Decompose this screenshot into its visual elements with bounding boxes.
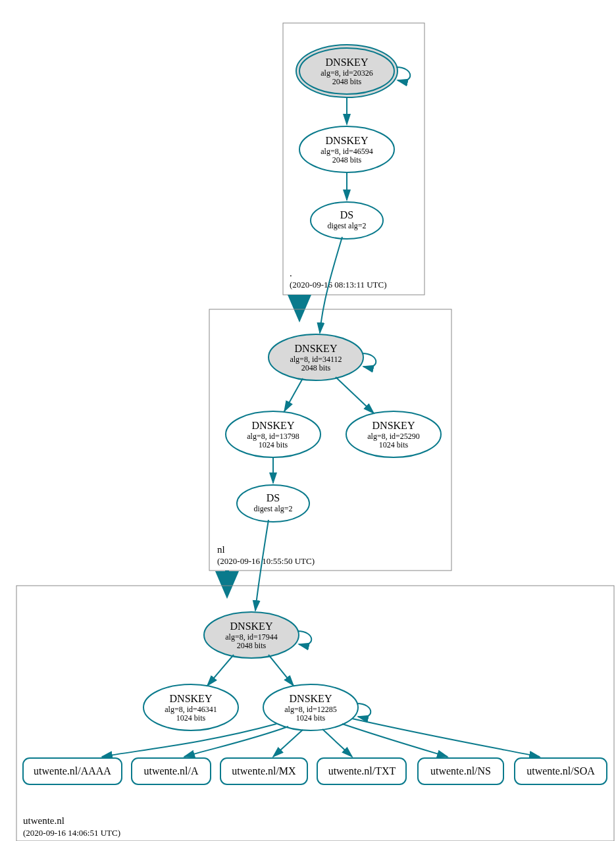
node-ut-ksk: DNSKEY alg=8, id=17944 2048 bits xyxy=(204,612,299,658)
svg-text:2048 bits: 2048 bits xyxy=(301,363,331,372)
node-nl-ds: DS digest alg=2 xyxy=(237,485,309,522)
svg-text:digest alg=2: digest alg=2 xyxy=(327,221,366,230)
svg-text:alg=8, id=46594: alg=8, id=46594 xyxy=(321,147,373,156)
edge-ut-ksk-zsk1 xyxy=(207,655,234,686)
svg-text:2048 bits: 2048 bits xyxy=(332,155,362,165)
svg-text:alg=8, id=12285: alg=8, id=12285 xyxy=(284,705,337,714)
zone-ts-nl: (2020-09-16 10:55:50 UTC) xyxy=(217,556,315,566)
svg-text:1024 bits: 1024 bits xyxy=(296,713,326,723)
svg-text:DS: DS xyxy=(267,492,280,503)
node-nl-zsk2: DNSKEY alg=8, id=25290 1024 bits xyxy=(346,411,441,457)
zone-label-root: . xyxy=(290,268,292,278)
svg-text:alg=8, id=20326: alg=8, id=20326 xyxy=(321,68,373,78)
node-root-zsk: DNSKEY alg=8, id=46594 2048 bits xyxy=(299,126,394,172)
node-ut-txt: utwente.nl/TXT xyxy=(317,758,406,784)
svg-text:DNSKEY: DNSKEY xyxy=(170,693,213,704)
svg-text:utwente.nl/NS: utwente.nl/NS xyxy=(430,765,491,777)
svg-text:alg=8, id=25290: alg=8, id=25290 xyxy=(367,432,420,441)
edge-zsk2-txt xyxy=(322,729,352,757)
zone-ts-ut: (2020-09-16 14:06:51 UTC) xyxy=(23,828,120,838)
edge-zsk2-ns xyxy=(342,724,448,757)
svg-text:alg=8, id=46341: alg=8, id=46341 xyxy=(165,705,217,714)
svg-text:DNSKEY: DNSKEY xyxy=(326,135,369,146)
self-loop-nl-ksk xyxy=(362,353,376,367)
svg-text:DNSKEY: DNSKEY xyxy=(326,57,369,68)
node-ut-ns: utwente.nl/NS xyxy=(418,758,503,784)
edge-nl-ksk-zsk1 xyxy=(284,378,303,411)
svg-text:2048 bits: 2048 bits xyxy=(332,77,362,86)
zone-ts-root: (2020-09-16 08:13:11 UTC) xyxy=(290,280,387,290)
svg-text:utwente.nl/TXT: utwente.nl/TXT xyxy=(328,765,396,777)
svg-text:utwente.nl/A: utwente.nl/A xyxy=(143,765,199,777)
svg-text:1024 bits: 1024 bits xyxy=(176,713,206,723)
edge-zsk2-soa xyxy=(352,719,540,757)
self-loop-root-ksk xyxy=(396,67,410,81)
svg-text:DS: DS xyxy=(340,209,353,220)
svg-text:alg=8, id=34112: alg=8, id=34112 xyxy=(290,355,342,364)
svg-text:DNSKEY: DNSKEY xyxy=(230,621,273,632)
svg-text:utwente.nl/MX: utwente.nl/MX xyxy=(232,765,296,777)
dnssec-graph: . (2020-09-16 08:13:11 UTC) DNSKEY alg=8… xyxy=(7,7,616,841)
node-nl-ksk: DNSKEY alg=8, id=34112 2048 bits xyxy=(269,334,363,380)
svg-text:DNSKEY: DNSKEY xyxy=(372,420,415,431)
svg-text:1024 bits: 1024 bits xyxy=(379,440,409,449)
svg-text:alg=8, id=17944: alg=8, id=17944 xyxy=(225,632,278,642)
node-nl-zsk1: DNSKEY alg=8, id=13798 1024 bits xyxy=(226,411,321,457)
node-ut-aaaa: utwente.nl/AAAA xyxy=(23,758,122,784)
node-ut-soa: utwente.nl/SOA xyxy=(515,758,607,784)
svg-text:utwente.nl/AAAA: utwente.nl/AAAA xyxy=(34,765,111,777)
svg-text:2048 bits: 2048 bits xyxy=(237,641,267,650)
edge-zsk2-mx xyxy=(273,730,303,757)
self-loop-ut-zsk2 xyxy=(357,703,371,717)
node-root-ksk: DNSKEY alg=8, id=20326 2048 bits xyxy=(296,45,398,97)
node-ut-zsk1: DNSKEY alg=8, id=46341 1024 bits xyxy=(143,684,238,730)
svg-point-24 xyxy=(237,485,309,522)
node-root-ds: DS digest alg=2 xyxy=(311,202,383,239)
node-ut-a: utwente.nl/A xyxy=(132,758,211,784)
node-ut-mx: utwente.nl/MX xyxy=(220,758,307,784)
svg-text:1024 bits: 1024 bits xyxy=(259,440,288,449)
svg-text:digest alg=2: digest alg=2 xyxy=(253,504,292,513)
zone-label-ut: utwente.nl xyxy=(23,815,64,826)
edge-nl-ksk-zsk2 xyxy=(336,377,374,413)
self-loop-ut-ksk xyxy=(297,631,311,645)
svg-point-9 xyxy=(311,202,383,239)
edge-ut-ksk-zsk2 xyxy=(269,655,294,686)
svg-text:utwente.nl/SOA: utwente.nl/SOA xyxy=(526,765,595,777)
svg-text:DNSKEY: DNSKEY xyxy=(295,343,338,354)
svg-text:alg=8, id=13798: alg=8, id=13798 xyxy=(247,432,299,441)
svg-text:DNSKEY: DNSKEY xyxy=(252,420,295,431)
svg-text:DNSKEY: DNSKEY xyxy=(290,693,332,704)
zone-label-nl: nl xyxy=(217,544,225,555)
node-ut-zsk2: DNSKEY alg=8, id=12285 1024 bits xyxy=(263,684,358,730)
